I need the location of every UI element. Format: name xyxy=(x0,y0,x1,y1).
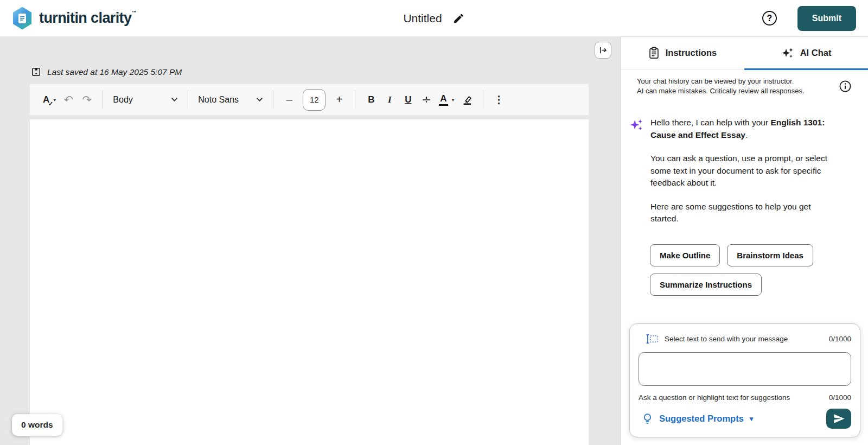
submit-button[interactable]: Submit xyxy=(797,6,856,31)
app-header: turnitin clarity™ Untitled ? Submit xyxy=(0,0,868,37)
more-options-button[interactable]: ⋮ xyxy=(490,90,508,110)
format-toolbar: A✓ ▾ ↶ ↷ Body Noto Sans – 12 + B I U xyxy=(30,84,589,115)
collapse-panel-button[interactable] xyxy=(595,42,611,59)
help-paragraph: You can ask a question, use a prompt, or… xyxy=(650,152,838,189)
highlight-button[interactable] xyxy=(458,90,476,110)
header-actions: ? Submit xyxy=(762,6,856,31)
spellcheck-icon: A✓ xyxy=(43,94,49,105)
toolbar-divider xyxy=(483,91,483,109)
lightbulb-icon xyxy=(642,412,653,425)
chat-disclaimer: Your chat history can be viewed by your … xyxy=(621,69,868,103)
trademark-symbol: ™ xyxy=(131,10,136,15)
brand-logo: turnitin clarity™ xyxy=(12,7,136,30)
decrease-font-size-button[interactable]: – xyxy=(280,90,298,110)
save-status: Last saved at 16 May 2025 5:07 PM xyxy=(31,67,182,77)
main-layout: Last saved at 16 May 2025 5:07 PM A✓ ▾ ↶… xyxy=(0,37,868,445)
highlighter-icon xyxy=(461,94,473,106)
suggestion-brainstorm-ideas[interactable]: Brainstorm Ideas xyxy=(727,244,813,266)
last-saved-text: Last saved at 16 May 2025 5:07 PM xyxy=(47,67,182,77)
redo-button[interactable]: ↷ xyxy=(78,90,96,110)
toolbar-divider xyxy=(103,91,103,109)
question-mark-icon: ? xyxy=(767,14,772,23)
paragraph-style-dropdown[interactable]: Body xyxy=(110,90,181,110)
tab-instructions-label: Instructions xyxy=(666,48,717,58)
chat-composer: Select text to send with your message 0/… xyxy=(629,323,860,437)
chat-messages: Hello there, I can help with your Englis… xyxy=(621,103,868,323)
prompt-suggestions: Make Outline Brainstorm Ideas Summarize … xyxy=(650,244,829,296)
input-hint-label: Ask a question or highlight text for sug… xyxy=(639,393,790,402)
tab-ai-chat[interactable]: AI Chat xyxy=(744,37,868,69)
select-text-row[interactable]: Select text to send with your message 0/… xyxy=(639,333,851,345)
edit-title-pencil-icon[interactable] xyxy=(453,12,465,24)
word-count-badge: 0 words xyxy=(12,414,62,436)
plus-icon: + xyxy=(336,93,342,106)
caret-down-icon: ▾ xyxy=(452,97,455,103)
font-family-value: Noto Sans xyxy=(198,95,239,105)
clipboard-icon xyxy=(648,47,660,59)
document-title-area: Untitled xyxy=(403,12,464,25)
chat-message-input[interactable] xyxy=(639,352,851,386)
turnitin-hexagon-logo-icon xyxy=(12,7,33,30)
italic-button[interactable]: I xyxy=(380,90,399,110)
tab-instructions[interactable]: Instructions xyxy=(621,37,744,69)
input-counter: 0/1000 xyxy=(829,393,851,402)
disclaimer-text: Your chat history can be viewed by your … xyxy=(637,77,805,96)
document-page[interactable] xyxy=(30,119,589,445)
suggestion-make-outline[interactable]: Make Outline xyxy=(650,244,720,266)
paragraph-style-value: Body xyxy=(113,95,132,105)
chevron-down-icon xyxy=(256,97,263,102)
ai-message: Hello there, I can help with your Englis… xyxy=(629,117,858,236)
greeting-paragraph: Hello there, I can help with your Englis… xyxy=(650,117,838,141)
ai-sparkle-icon xyxy=(629,118,644,132)
strikethrough-button[interactable] xyxy=(417,90,436,110)
undo-icon: ↶ xyxy=(64,93,74,106)
toolbar-divider xyxy=(355,91,355,109)
ai-message-text: Hello there, I can help with your Englis… xyxy=(650,117,838,236)
brand-name: turnitin clarity™ xyxy=(39,10,136,27)
send-paper-plane-icon xyxy=(833,412,845,425)
select-text-counter: 0/1000 xyxy=(829,335,851,343)
editor-canvas: Last saved at 16 May 2025 5:07 PM A✓ ▾ ↶… xyxy=(0,37,620,445)
suggested-prompts-button[interactable]: Suggested Prompts ▾ xyxy=(639,412,756,425)
suggested-prompts-label: Suggested Prompts xyxy=(659,414,744,424)
caret-down-icon: ▾ xyxy=(53,97,56,103)
save-floppy-icon xyxy=(31,67,41,77)
toolbar-divider xyxy=(273,91,273,109)
caret-down-icon: ▾ xyxy=(750,415,754,423)
underline-button[interactable]: U xyxy=(399,90,417,110)
overflow-menu-icon: ⋮ xyxy=(494,93,504,106)
undo-button[interactable]: ↶ xyxy=(59,90,78,110)
ai-side-panel: Instructions AI Chat Your chat history c… xyxy=(620,37,868,445)
italic-icon: I xyxy=(388,94,392,105)
redo-icon: ↷ xyxy=(82,93,92,106)
input-hint-row: Ask a question or highlight text for sug… xyxy=(639,393,851,402)
document-title: Untitled xyxy=(403,12,442,25)
font-size-input[interactable]: 12 xyxy=(303,89,326,111)
collapse-arrow-icon xyxy=(598,45,608,55)
font-family-dropdown[interactable]: Noto Sans xyxy=(195,90,266,110)
info-icon[interactable] xyxy=(839,80,852,93)
panel-tabs: Instructions AI Chat xyxy=(621,37,868,69)
underline-icon: U xyxy=(405,94,411,105)
toolbar-divider xyxy=(188,91,188,109)
suggestions-intro-paragraph: Here are some suggestions to help you ge… xyxy=(650,201,838,225)
text-color-icon: A xyxy=(439,93,448,106)
help-button[interactable]: ? xyxy=(762,11,777,26)
suggestion-summarize-instructions[interactable]: Summarize Instructions xyxy=(650,274,762,296)
strikethrough-icon xyxy=(421,94,432,105)
text-color-button[interactable]: A ▾ xyxy=(436,90,457,110)
bold-icon: B xyxy=(368,94,374,105)
sparkles-icon xyxy=(781,47,794,60)
select-text-label: Select text to send with your message xyxy=(665,335,788,343)
bold-button[interactable]: B xyxy=(362,90,380,110)
increase-font-size-button[interactable]: + xyxy=(330,90,348,110)
document-glyph-icon xyxy=(17,13,27,24)
send-message-button[interactable] xyxy=(826,409,851,429)
chevron-down-icon xyxy=(171,97,178,102)
minus-icon: – xyxy=(286,93,292,106)
composer-actions: Suggested Prompts ▾ xyxy=(639,409,851,429)
tab-ai-chat-label: AI Chat xyxy=(800,48,832,58)
spellcheck-button[interactable]: A✓ ▾ xyxy=(40,90,59,110)
text-select-icon xyxy=(645,333,659,345)
